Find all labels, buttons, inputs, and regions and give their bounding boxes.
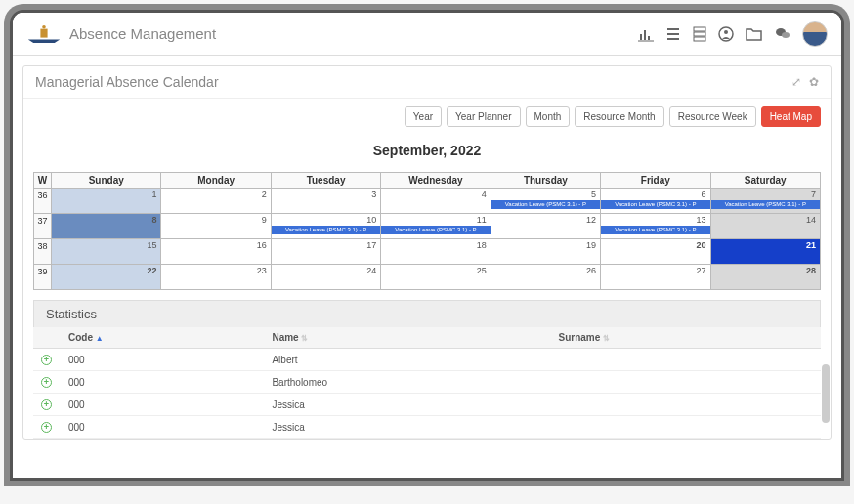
server-icon[interactable] <box>693 26 706 42</box>
col-surname[interactable]: Surname ⇅ <box>551 327 821 349</box>
svg-rect-5 <box>694 27 705 31</box>
calendar-event[interactable]: Vacation Leave (PSMC 3.1) - P <box>491 200 600 209</box>
calendar-event[interactable]: Vacation Leave (PSMC 3.1) - P <box>601 200 709 209</box>
calendar-cell[interactable]: 22 <box>52 265 161 290</box>
view-btn-year[interactable]: Year <box>405 106 442 127</box>
calendar-cell[interactable]: 9 <box>161 214 271 239</box>
cell-surname <box>551 394 821 416</box>
list-icon[interactable] <box>665 26 681 42</box>
expand-icon[interactable]: ⤢ <box>791 75 801 89</box>
view-btn-heat-map[interactable]: Heat Map <box>761 106 821 127</box>
svg-rect-3 <box>644 30 646 40</box>
day-number: 22 <box>52 265 160 276</box>
chat-icon[interactable] <box>775 27 790 41</box>
avatar[interactable] <box>802 21 828 47</box>
calendar-cell[interactable]: 28 <box>710 265 820 290</box>
calendar-event[interactable]: Vacation Leave (PSMC 3.1) - P <box>381 226 490 234</box>
day-number: 18 <box>381 239 490 251</box>
day-number: 2 <box>161 189 270 200</box>
day-number: 17 <box>272 239 380 251</box>
bar-chart-icon[interactable] <box>638 26 654 42</box>
view-btn-resource-week[interactable]: Resource Week <box>669 106 756 127</box>
calendar-cell[interactable]: 25 <box>381 265 491 290</box>
table-row: +000Jessica <box>33 416 821 439</box>
day-number: 7 <box>711 189 820 200</box>
calendar-cell[interactable]: 23 <box>161 265 271 290</box>
view-btn-resource-month[interactable]: Resource Month <box>575 106 663 127</box>
week-number: 37 <box>34 214 52 239</box>
expand-row-icon[interactable]: + <box>41 399 52 410</box>
calendar-event[interactable]: Vacation Leave (PSMC 3.1) - P <box>601 226 709 234</box>
day-number: 21 <box>711 239 820 251</box>
calendar-cell[interactable]: 14 <box>710 214 820 239</box>
cell-code: 000 <box>61 394 264 416</box>
day-header: Wednesday <box>381 173 491 189</box>
scrollbar-thumb[interactable] <box>822 364 830 423</box>
calendar-cell[interactable]: 13Vacation Leave (PSMC 3.1) - P <box>601 214 710 239</box>
app-title: Absence Management <box>69 25 216 42</box>
calendar-cell[interactable]: 20 <box>601 239 710 265</box>
app-header: Absence Management <box>13 13 841 56</box>
calendar-cell[interactable]: 5Vacation Leave (PSMC 3.1) - P <box>491 189 600 214</box>
day-number: 13 <box>601 214 709 226</box>
view-btn-month[interactable]: Month <box>526 106 571 127</box>
calendar-cell[interactable]: 10Vacation Leave (PSMC 3.1) - P <box>271 214 380 239</box>
week-number: 38 <box>34 239 52 265</box>
calendar-cell[interactable]: 7Vacation Leave (PSMC 3.1) - P <box>710 189 820 214</box>
day-header: Friday <box>601 173 710 189</box>
calendar-cell[interactable]: 17 <box>271 239 380 265</box>
svg-rect-6 <box>694 32 705 36</box>
expand-row-icon[interactable]: + <box>41 355 52 365</box>
calendar-event[interactable]: Vacation Leave (PSMC 3.1) - P <box>272 226 380 234</box>
calendar-event[interactable]: Vacation Leave (PSMC 3.1) - P <box>711 200 820 209</box>
calendar-cell[interactable]: 19 <box>491 239 600 265</box>
svg-rect-7 <box>694 37 705 41</box>
calendar-panel: Managerial Absence Calendar ⤢ ✿ YearYear… <box>22 65 832 440</box>
calendar-cell[interactable]: 15 <box>52 239 161 265</box>
calendar-cell[interactable]: 1 <box>52 189 161 214</box>
calendar-cell[interactable]: 4 <box>381 189 491 214</box>
day-header: Thursday <box>491 173 600 189</box>
table-row: +000Jessica <box>33 394 821 416</box>
folder-open-icon[interactable] <box>746 27 763 41</box>
calendar-cell[interactable]: 21 <box>710 239 820 265</box>
calendar-cell[interactable]: 3 <box>271 189 380 214</box>
col-code[interactable]: Code ▲ <box>61 327 264 349</box>
cell-surname <box>551 371 821 394</box>
day-number: 23 <box>161 265 270 276</box>
day-header: Monday <box>161 173 271 189</box>
day-number: 12 <box>491 214 600 226</box>
view-btn-year-planner[interactable]: Year Planner <box>447 106 520 127</box>
user-circle-icon[interactable] <box>718 26 734 42</box>
day-number: 6 <box>601 189 709 200</box>
cell-name: Bartholomeo <box>264 371 550 394</box>
calendar-cell[interactable]: 12 <box>491 214 600 239</box>
expand-row-icon[interactable]: + <box>41 422 52 433</box>
calendar-cell[interactable]: 11Vacation Leave (PSMC 3.1) - P <box>381 214 491 239</box>
day-number: 25 <box>381 265 490 276</box>
calendar-cell[interactable]: 16 <box>161 239 271 265</box>
cell-code: 000 <box>61 371 264 394</box>
col-name[interactable]: Name ⇅ <box>264 327 550 349</box>
cell-name: Albert <box>264 349 550 371</box>
table-row: +000Albert <box>33 349 821 371</box>
expand-row-icon[interactable]: + <box>41 377 52 388</box>
svg-rect-0 <box>40 28 47 37</box>
day-header: Tuesday <box>271 173 380 189</box>
calendar-cell[interactable]: 26 <box>491 265 600 290</box>
day-number: 8 <box>52 214 160 226</box>
calendar-cell[interactable]: 27 <box>601 265 710 290</box>
day-number: 14 <box>711 214 820 226</box>
day-number: 10 <box>272 214 380 226</box>
calendar-cell[interactable]: 2 <box>161 189 271 214</box>
calendar-cell[interactable]: 6Vacation Leave (PSMC 3.1) - P <box>601 189 710 214</box>
svg-point-11 <box>782 32 790 38</box>
cell-surname <box>551 349 821 371</box>
calendar-cell[interactable]: 18 <box>381 239 491 265</box>
cell-code: 000 <box>61 349 264 371</box>
calendar-cell[interactable]: 8 <box>52 214 161 239</box>
calendar-cell[interactable]: 24 <box>271 265 380 290</box>
day-number: 11 <box>381 214 490 226</box>
cell-code: 000 <box>61 416 264 439</box>
gear-icon[interactable]: ✿ <box>809 75 819 89</box>
